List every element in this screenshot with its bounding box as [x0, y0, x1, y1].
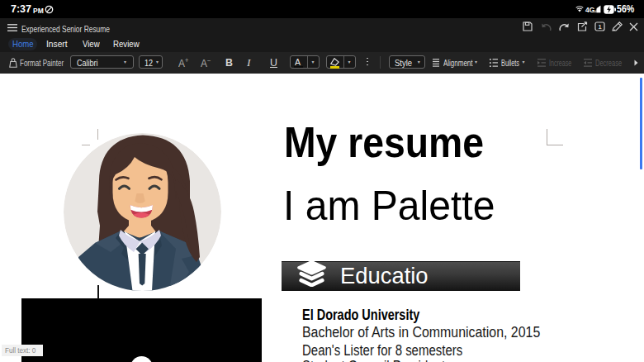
svg-text:1: 1 [598, 23, 601, 31]
